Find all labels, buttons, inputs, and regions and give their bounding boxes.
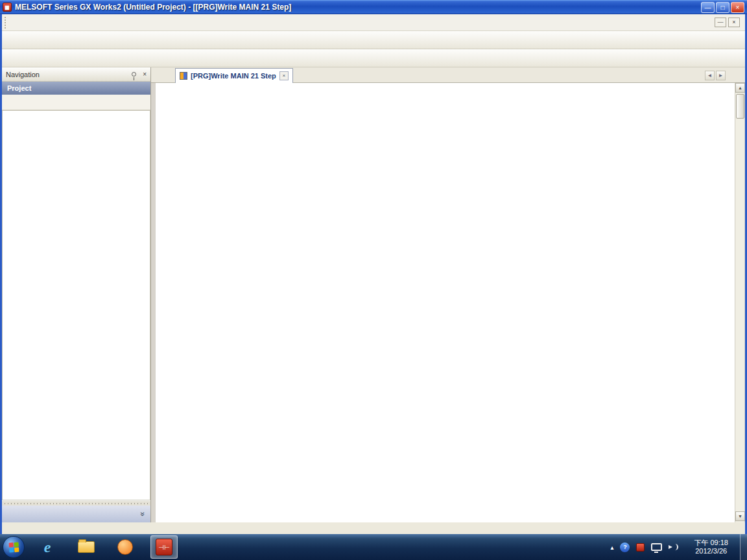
internet-explorer-icon: e: [44, 539, 51, 556]
scroll-down-icon[interactable]: ▼: [735, 511, 745, 521]
taskbar-file-explorer[interactable]: [73, 535, 100, 559]
tray-volume-icon[interactable]: [669, 543, 678, 551]
start-button[interactable]: [3, 536, 25, 558]
pin-icon[interactable]: [132, 72, 136, 76]
more-views-icon[interactable]: »: [139, 512, 148, 517]
hidden-icons-chevron[interactable]: ▴: [610, 544, 613, 551]
navigation-panel: Navigation × Project »: [2, 67, 151, 522]
tray-display-icon[interactable]: [651, 543, 662, 551]
taskbar-clock[interactable]: 下午 09:18 2012/3/26: [694, 539, 728, 555]
maximize-button[interactable]: □: [716, 2, 729, 13]
tab-main-program[interactable]: [PRG]Write MAIN 21 Step ×: [175, 68, 293, 83]
project-tree: [2, 110, 150, 500]
mdi-controls: — ×: [715, 18, 745, 27]
taskbar-internet-explorer[interactable]: e: [34, 535, 61, 559]
navigation-splitter[interactable]: [2, 500, 150, 506]
system-tray: ▴ ? 下午 09:18 2012/3/26: [610, 534, 747, 560]
navigation-close-icon[interactable]: ×: [143, 71, 147, 78]
navigation-header: Navigation ×: [2, 67, 150, 82]
show-desktop-button[interactable]: [740, 534, 747, 560]
ladder-document-icon: [180, 72, 187, 80]
ladder-editor[interactable]: [156, 83, 735, 522]
vertical-scrollbar[interactable]: ▲ ▼: [735, 83, 744, 522]
mdi-minimize-button[interactable]: —: [715, 18, 726, 27]
screen: ▦ MELSOFT Series GX Works2 (Untitled Pro…: [0, 0, 747, 560]
folder-icon: [78, 541, 95, 553]
taskbar: e ⊣⊢ ▴ ? 下午 09:18 2012/3/26: [0, 534, 747, 560]
menubar-grip: [5, 17, 8, 29]
app-icon: ▦: [3, 3, 12, 12]
taskbar-media-app[interactable]: [112, 535, 139, 559]
tray-app-icon[interactable]: [636, 543, 645, 552]
toolbar-ladder: [2, 49, 745, 67]
clock-date: 2012/3/26: [694, 547, 728, 555]
menubar: — ×: [2, 14, 745, 31]
tray-help-icon[interactable]: ?: [620, 542, 630, 552]
navigation-section-label: Project: [2, 82, 150, 95]
navigation-footer: »: [2, 506, 150, 522]
tab-scroll-left-icon[interactable]: ◄: [705, 71, 715, 80]
clock-time: 下午 09:18: [694, 539, 728, 547]
window-title: MELSOFT Series GX Works2 (Untitled Proje…: [15, 3, 700, 12]
media-app-icon: [117, 539, 133, 555]
close-button[interactable]: ×: [731, 2, 744, 13]
gx-works2-icon: ⊣⊢: [156, 539, 172, 555]
scroll-up-icon[interactable]: ▲: [735, 83, 745, 93]
minimize-button[interactable]: —: [701, 2, 715, 13]
tab-label: [PRG]Write MAIN 21 Step: [191, 72, 276, 80]
statusbar: [2, 522, 745, 534]
windows-flag-icon: [8, 542, 19, 552]
editor-tabbar: [PRG]Write MAIN 21 Step × ◄ ►: [151, 67, 745, 83]
titlebar: ▦ MELSOFT Series GX Works2 (Untitled Pro…: [0, 0, 747, 14]
toolbar-standard: [2, 31, 745, 49]
taskbar-gx-works2[interactable]: ⊣⊢: [150, 535, 178, 559]
navigation-title: Navigation: [6, 71, 40, 78]
navigation-toolbar: [2, 95, 150, 110]
scrollbar-thumb[interactable]: [736, 94, 744, 119]
tab-scroll-right-icon[interactable]: ►: [716, 71, 726, 80]
mdi-close-button[interactable]: ×: [728, 18, 740, 27]
tab-close-icon[interactable]: ×: [279, 71, 289, 80]
section-title: Project: [7, 84, 31, 92]
